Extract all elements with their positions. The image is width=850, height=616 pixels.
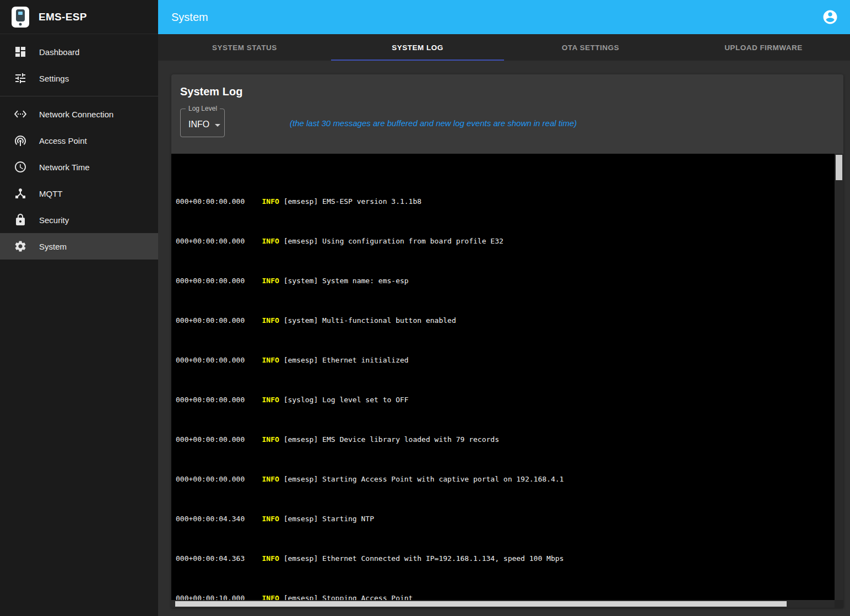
clock-icon (14, 160, 27, 174)
emsesp-logo (11, 6, 30, 28)
log-line: 000+00:00:00.000INFO[emsesp] EMS-ESP ver… (176, 197, 835, 207)
tab-upload-firmware[interactable]: UPLOAD FIRMWARE (677, 34, 850, 61)
horizontal-scrollbar[interactable] (171, 600, 843, 608)
log-line: 000+00:00:00.000INFO[emsesp] Starting Ac… (176, 474, 835, 484)
sidebar-item-system[interactable]: System (0, 233, 158, 260)
sidebar-item-label: System (39, 242, 67, 251)
sidebar-item-label: MQTT (39, 189, 63, 198)
page-title: System (171, 11, 208, 24)
log-level-value: INFO (188, 120, 209, 129)
log-line: 000+00:00:00.000INFO[emsesp] Ethernet in… (176, 355, 835, 365)
lock-icon (14, 213, 27, 226)
sidebar-item-network-time[interactable]: Network Time (0, 154, 158, 180)
tab-system-status[interactable]: SYSTEM STATUS (158, 34, 331, 61)
account-button[interactable] (818, 5, 842, 29)
log-controls: Log Level INFO (the last 30 messages are… (180, 109, 835, 154)
sidebar-nav: Dashboard Settings Network Connection Ac… (0, 34, 158, 260)
sidebar-item-access-point[interactable]: Access Point (0, 127, 158, 154)
sidebar-item-label: Network Connection (39, 110, 113, 119)
device-hub-icon (14, 187, 27, 200)
tune-icon (14, 72, 27, 85)
content: System Log Log Level INFO (the last 30 m… (158, 61, 850, 616)
ethernet-icon (14, 107, 27, 121)
sidebar-item-label: Security (39, 215, 69, 225)
scrollbar-corner (835, 600, 843, 608)
log-output[interactable]: 000+00:00:00.000INFO[emsesp] EMS-ESP ver… (171, 154, 835, 600)
log-line: 000+00:00:00.000INFO[system] Multi-funct… (176, 316, 835, 326)
log-level-select[interactable]: Log Level INFO (180, 109, 225, 137)
sidebar-header: EMS-ESP (0, 0, 158, 34)
wifi-tethering-icon (14, 134, 27, 147)
gear-icon (14, 240, 27, 253)
chevron-down-icon (215, 124, 220, 127)
log-line: 000+00:00:00.000INFO[emsesp] Using confi… (176, 236, 835, 246)
sidebar-item-label: Dashboard (39, 47, 79, 57)
tabbar: SYSTEM STATUS SYSTEM LOG OTA SETTINGS UP… (158, 34, 850, 61)
log-line: 000+00:00:04.363INFO[emsesp] Ethernet Co… (176, 554, 835, 564)
tab-system-log[interactable]: SYSTEM LOG (331, 34, 504, 61)
log-terminal: 000+00:00:00.000INFO[emsesp] EMS-ESP ver… (171, 154, 843, 600)
sidebar: EMS-ESP Dashboard Settings Network Conne… (0, 0, 158, 616)
log-line: 000+00:00:04.340INFO[emsesp] Starting NT… (176, 514, 835, 524)
panel-header: System Log Log Level INFO (the last 30 m… (171, 74, 843, 154)
log-line: 000+00:00:00.000INFO[emsesp] EMS Device … (176, 435, 835, 445)
sidebar-divider (0, 96, 158, 96)
horizontal-scrollbar-thumb[interactable] (175, 601, 787, 607)
sidebar-item-label: Settings (39, 74, 69, 83)
dashboard-icon (14, 45, 27, 58)
sidebar-item-settings[interactable]: Settings (0, 65, 158, 91)
log-level-label: Log Level (186, 105, 220, 112)
sidebar-item-label: Network Time (39, 163, 90, 172)
panel-title: System Log (180, 84, 835, 99)
app-title: EMS-ESP (39, 11, 87, 23)
vertical-scrollbar[interactable] (835, 154, 843, 600)
account-circle-icon (822, 9, 838, 25)
appbar: System (158, 0, 850, 34)
vertical-scrollbar-thumb[interactable] (836, 155, 842, 180)
system-log-panel: System Log Log Level INFO (the last 30 m… (171, 74, 843, 608)
sidebar-item-mqtt[interactable]: MQTT (0, 180, 158, 207)
sidebar-item-security[interactable]: Security (0, 207, 158, 233)
sidebar-item-label: Access Point (39, 136, 87, 145)
tab-ota-settings[interactable]: OTA SETTINGS (504, 34, 677, 61)
log-line: 000+00:00:10.000INFO[emsesp] Stopping Ac… (176, 593, 835, 600)
main-area: System SYSTEM STATUS SYSTEM LOG OTA SETT… (158, 0, 850, 616)
log-line: 000+00:00:00.000INFO[syslog] Log level s… (176, 395, 835, 405)
buffer-note: (the last 30 messages are buffered and n… (290, 118, 577, 128)
sidebar-item-network-connection[interactable]: Network Connection (0, 101, 158, 127)
log-line: 000+00:00:00.000INFO[system] System name… (176, 276, 835, 286)
sidebar-item-dashboard[interactable]: Dashboard (0, 39, 158, 65)
